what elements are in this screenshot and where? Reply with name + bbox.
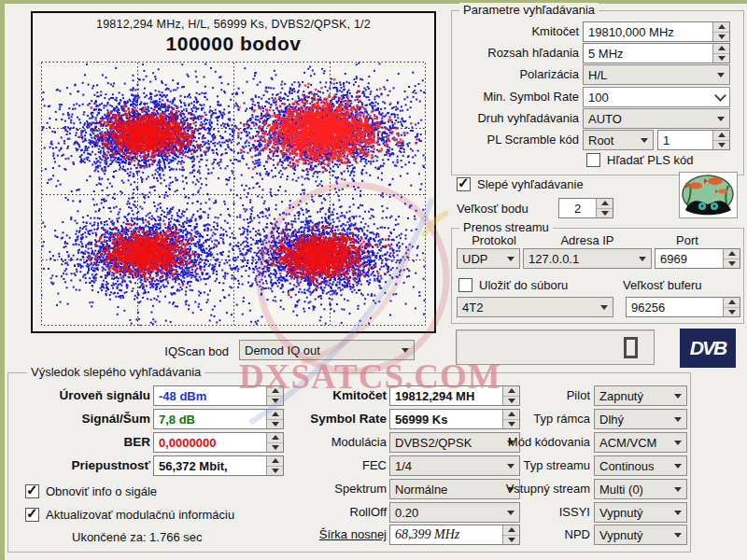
- spin-buttons[interactable]: [723, 298, 740, 316]
- checkbox-box[interactable]: [457, 177, 471, 191]
- iq-plot-box: 19812,294 MHz, H/L, 56999 Ks, DVBS2/QPSK…: [31, 11, 436, 333]
- refresh-signal-info-checkbox[interactable]: Obnoviť info o sigále: [25, 484, 157, 498]
- stream-transfer-group: Prenos streamu Protokol Adresa IP Port U…: [451, 228, 744, 324]
- buffer-size-label: Veľkosť buferu: [623, 278, 737, 292]
- search-params-group: Parametre vyhľadávania Kmitočet 19810,00…: [451, 10, 744, 175]
- signal-level-label: Úroveň signálu: [10, 388, 150, 402]
- save-to-file-label: Uložiť do súboru: [479, 278, 568, 292]
- frame-type-select[interactable]: Dlhý: [594, 409, 687, 429]
- search-pls-label: Hľadať PLS kód: [607, 153, 694, 167]
- transponder-header: 19812,294 MHz, H/L, 56999 Ks, DVBS2/QPSK…: [33, 18, 434, 31]
- ber-spinner[interactable]: 0,0000000: [153, 432, 284, 453]
- symbol-rate-label: Symbol Rate: [270, 412, 387, 426]
- ip-address-select[interactable]: 127.0.0.1: [523, 248, 652, 269]
- frequency-spinner[interactable]: 19810,000 MHz: [583, 21, 730, 42]
- update-modulation-label: Aktualizovať modulačnú informáciu: [46, 508, 234, 522]
- ip-address-header: Adresa IP: [523, 233, 652, 247]
- blind-search-checkbox[interactable]: Slepé vyhľadávanie: [457, 177, 584, 191]
- search-range-spinner[interactable]: 5 MHz: [583, 43, 730, 63]
- buffer-size-spinner[interactable]: 96256: [626, 297, 740, 317]
- input-stream-select[interactable]: Multi (0): [594, 479, 687, 499]
- pl-scramble-select[interactable]: Root: [583, 130, 654, 150]
- spin-buttons[interactable]: [712, 131, 729, 149]
- aquarium-graphic: [680, 173, 737, 217]
- port-spinner[interactable]: 6969: [655, 248, 740, 269]
- search-type-select[interactable]: AUTO: [583, 108, 730, 129]
- min-symbol-rate-combo[interactable]: 100: [583, 87, 730, 107]
- stream-transfer-title: Prenos streamu: [459, 220, 553, 234]
- scan-progress-bar: [456, 329, 655, 365]
- pl-scramble-code-spinner[interactable]: 1: [657, 130, 730, 150]
- issyi-select[interactable]: Vypnutý: [594, 502, 687, 523]
- iqscan-point-select[interactable]: Demod IQ out: [239, 340, 415, 360]
- result-group-title: Výsledok slepého vyhľadávania: [27, 365, 204, 379]
- tuner-frequency-label: Kmitočet: [270, 388, 387, 402]
- coding-mode-select[interactable]: ACM/VCM: [594, 432, 687, 453]
- checkbox-box[interactable]: [458, 278, 472, 292]
- spin-buttons[interactable]: [712, 22, 729, 41]
- checkbox-box[interactable]: [25, 484, 39, 498]
- search-pls-checkbox[interactable]: Hľadať PLS kód: [586, 153, 694, 167]
- protocol-header: Protokol: [461, 233, 527, 247]
- pl-scramble-label: PL Scramble kód: [452, 133, 579, 147]
- blind-scan-result-group: Výsledok slepého vyhľadávania Úroveň sig…: [7, 372, 691, 553]
- throughput-spinner[interactable]: 56,372 Mbit,: [153, 455, 284, 476]
- spin-buttons[interactable]: [723, 249, 740, 268]
- dropdown-arrow-icon: [669, 503, 686, 522]
- dropdown-arrow-icon: [669, 456, 686, 475]
- spin-buttons[interactable]: [596, 199, 613, 217]
- spin-buttons[interactable]: [712, 44, 729, 63]
- search-params-title: Parametre vyhľadávania: [459, 3, 599, 17]
- dvb-logo: DVB: [680, 329, 736, 368]
- refresh-signal-info-label: Obnoviť info o sigále: [46, 484, 157, 498]
- dropdown-arrow-icon: [669, 386, 686, 405]
- page-edge-left: [0, 0, 5, 560]
- dropdown-arrow-icon: [669, 480, 686, 498]
- point-size-spinner[interactable]: 2: [558, 198, 613, 218]
- dropdown-arrow-icon: [396, 341, 414, 359]
- checkbox-box[interactable]: [586, 153, 600, 167]
- blindscan-window: 19812,294 MHz, H/L, 56999 Ks, DVBS2/QPSK…: [0, 0, 747, 560]
- snr-spinner[interactable]: 7,8 dB: [153, 409, 284, 429]
- page-edge-top: [0, 0, 747, 4]
- pilot-label: Pilot: [471, 388, 590, 402]
- port-header: Port: [655, 233, 720, 247]
- fec-label: FEC: [270, 458, 387, 472]
- signal-level-spinner[interactable]: -48 dBm: [153, 385, 284, 406]
- rolloff-label: RollOff: [270, 505, 387, 519]
- point-size-label: Veľkosť bodu: [457, 202, 543, 216]
- issyi-label: ISSYI: [471, 505, 590, 519]
- npd-label: NPD: [471, 527, 590, 541]
- device-select[interactable]: 4T2: [457, 297, 613, 317]
- stream-type-label: Typ streamu: [471, 458, 590, 472]
- dropdown-arrow-icon: [712, 65, 729, 84]
- polarization-label: Polarizácia: [452, 67, 579, 81]
- snr-label: Signál/Šum: [10, 412, 150, 426]
- iq-constellation-plot: [41, 62, 426, 326]
- polarization-select[interactable]: H/L: [583, 64, 730, 85]
- chevron-down-icon: [712, 88, 729, 106]
- save-to-file-checkbox[interactable]: Uložiť do súboru: [458, 278, 568, 292]
- search-range-label: Rozsah hľadania: [452, 46, 579, 60]
- input-stream-label: Vstupný stream: [471, 482, 590, 496]
- stream-type-select[interactable]: Continous: [594, 455, 687, 476]
- dropdown-arrow-icon: [635, 131, 653, 149]
- min-symbol-rate-label: Min. Symbol Rate: [452, 90, 579, 104]
- update-modulation-checkbox[interactable]: Aktualizovať modulačnú informáciu: [25, 508, 234, 522]
- frequency-label: Kmitočet: [452, 24, 579, 38]
- dropdown-arrow-icon: [501, 249, 519, 268]
- search-type-label: Druh vyhľadávania: [452, 111, 579, 125]
- pilot-select[interactable]: Zapnutý: [594, 385, 687, 406]
- checkbox-box[interactable]: [25, 508, 39, 522]
- dropdown-arrow-icon: [669, 525, 686, 544]
- spectrum-label: Spektrum: [270, 482, 387, 496]
- protocol-select[interactable]: UDP: [457, 248, 520, 269]
- npd-select[interactable]: Vypnutý: [594, 525, 687, 545]
- dropdown-arrow-icon: [595, 298, 613, 316]
- blind-search-label: Slepé vyhľadávanie: [477, 177, 584, 191]
- dropdown-arrow-icon: [669, 410, 686, 428]
- frame-type-label: Typ rámca: [471, 412, 590, 426]
- ber-label: BER: [10, 435, 150, 449]
- modulation-label: Modulácia: [270, 435, 387, 449]
- dropdown-arrow-icon: [633, 249, 651, 268]
